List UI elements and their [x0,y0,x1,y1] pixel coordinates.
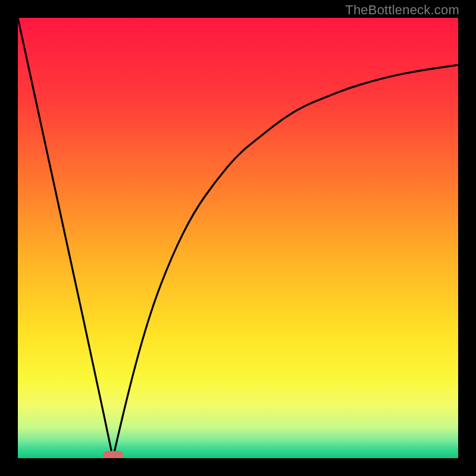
plot-area [18,18,458,458]
watermark-text: TheBottleneck.com [345,2,459,18]
optimal-point-marker [103,451,123,458]
bottleneck-curve [18,18,458,458]
chart-frame: TheBottleneck.com [0,0,476,476]
